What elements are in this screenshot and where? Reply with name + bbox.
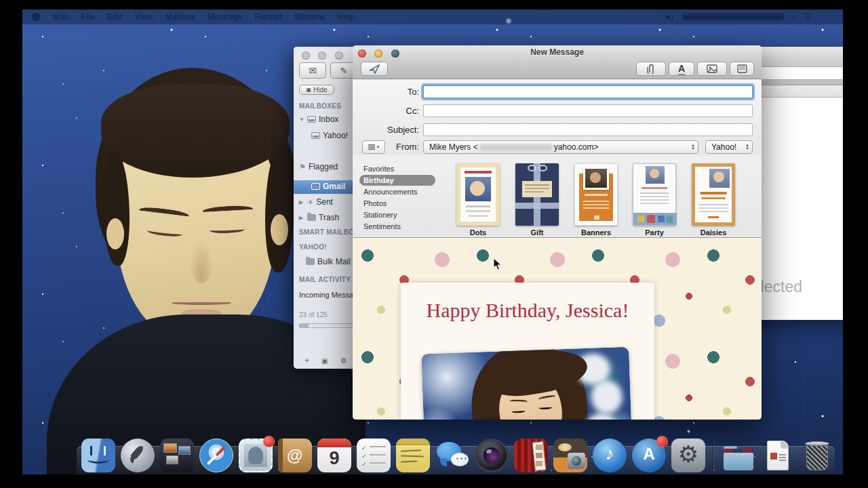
attach-button[interactable] [636,62,666,76]
desktop: Mail File Edit View Mailbox Message Form… [22,9,843,475]
template-gift[interactable] [515,163,559,226]
category-photos[interactable]: Photos [359,198,435,209]
menu-mailbox[interactable]: Mailbox [165,12,196,22]
spotlight-icon[interactable]: ⌕ [792,12,797,22]
disclosure-right-icon[interactable]: ▶ [299,215,304,221]
dock-itunes[interactable]: ♪ [592,438,627,473]
category-stationery[interactable]: Stationery [359,209,435,220]
compose-header-fields: To: Cc: Subject: ▾ From: Mike Myers < ya… [353,79,762,155]
folder-icon [306,258,315,265]
hide-favorites-button[interactable]: ▣Hide [299,85,334,95]
dock-messages[interactable] [435,438,470,473]
menu-status-area: ◄) ⌕ ☰ [663,12,812,22]
clock-text [682,14,784,20]
zoom-icon[interactable] [335,52,343,60]
star [687,430,690,433]
template-daisies-label: Daisies [683,228,744,237]
template-party[interactable] [633,163,676,226]
volume-icon[interactable]: ◄) [663,12,674,22]
send-button[interactable] [361,62,388,76]
template-daisies[interactable] [692,163,735,226]
compose-title-bar[interactable]: New Message [353,45,762,59]
sidebar-item-bulk-mail[interactable]: Bulk Mail [306,257,351,266]
dock-aperture[interactable] [474,438,509,473]
from-account-popup[interactable]: Mike Myers < yahoo.com> ▲▼ [423,140,698,154]
smtp-server-popup[interactable]: Yahoo! ▲▼ [705,140,753,154]
dock-iphoto[interactable] [553,438,588,473]
sidebar-item-yahoo-inbox[interactable]: Yahoo! [311,131,348,140]
photo-browser-button[interactable] [697,62,727,76]
sidebar-item-sent[interactable]: ▶✈ Sent [299,197,333,207]
menu-window[interactable]: Window [294,12,326,22]
subject-input[interactable] [423,123,753,136]
minimize-icon[interactable] [318,52,326,60]
compose-traffic-lights[interactable] [358,48,405,60]
apple-menu-icon[interactable] [32,13,40,21]
menu-bar: Mail File Edit View Mailbox Message Form… [22,9,843,24]
letterbox-bottom [0,474,868,488]
popup-stepper-icon: ▲▼ [687,144,695,150]
dock-system-preferences[interactable]: ⚙ [671,438,706,473]
menu-edit[interactable]: Edit [107,12,123,22]
dock-photo-booth[interactable] [513,438,549,473]
dock-safari[interactable] [199,438,234,473]
menu-mail[interactable]: Mail [53,12,68,22]
zoom-icon[interactable] [391,49,399,58]
action-gear-icon[interactable]: ⚙ [340,357,347,365]
dock-mail[interactable] [238,438,273,473]
dock-document[interactable] [760,438,795,473]
close-icon[interactable] [358,49,366,58]
sidebar-item-trash[interactable]: ▶ Trash [299,213,339,222]
to-input[interactable] [423,85,753,98]
menu-format[interactable]: Format [254,12,282,22]
dock-launchpad[interactable] [120,438,155,473]
activity-progress-bar [299,323,353,328]
stationery-pane: Favorites Birthday Announcements Photos … [353,155,762,238]
send-icon [369,64,380,74]
menu-message[interactable]: Message [208,12,243,22]
menu-view[interactable]: View [135,12,153,22]
minimize-icon[interactable] [374,49,382,58]
dock-app-store[interactable]: A [631,438,667,473]
stationery-button[interactable] [730,62,754,76]
message-body[interactable]: Happy Birthday, Jessica! [353,238,762,420]
dock-downloads-folder[interactable] [721,438,756,473]
sidebar-item-gmail-inbox[interactable]: Gmail [311,182,345,191]
disclosure-down-icon[interactable]: ▼ [299,117,304,123]
dock-reminders[interactable]: ✓ ✓ ✓ [356,438,391,473]
category-favorites[interactable]: Favorites [359,163,435,174]
menu-help[interactable]: Help [338,12,355,22]
mouse-cursor [493,258,502,271]
dock-mission-control[interactable] [159,438,195,473]
trash-icon [806,443,828,470]
popup-stepper-icon: ▲▼ [741,144,749,150]
get-mail-button[interactable]: ✉ [299,62,326,79]
dock-finder[interactable] [81,438,116,473]
traffic-lights[interactable] [302,50,349,62]
add-mailbox-button[interactable]: + [304,356,309,365]
close-icon[interactable] [302,52,310,60]
dock-contacts[interactable]: @ [277,438,313,473]
template-banners[interactable] [574,163,618,226]
dock-notes[interactable] [395,438,431,473]
mail-activity-header: MAIL ACTIVITY [299,276,351,283]
category-announcements[interactable]: Announcements [359,186,435,197]
disclosure-right-icon[interactable]: ▶ [299,199,304,205]
template-dots[interactable] [456,163,500,226]
dock-calendar[interactable]: 9 [317,438,352,473]
downloads-folder-icon [724,453,753,470]
sidebar-item-flagged[interactable]: ⚑Flagged [299,162,338,171]
show-hide-icon[interactable]: ▣ [321,357,328,365]
cc-input[interactable] [423,104,753,117]
category-birthday[interactable]: Birthday [359,175,435,186]
birthday-photo[interactable] [421,347,632,420]
dock-trash[interactable] [800,438,835,473]
birthday-headline[interactable]: Happy Birthday, Jessica! [401,299,654,322]
category-sentiments[interactable]: Sentiments [359,221,435,232]
sidebar-item-inbox[interactable]: ▼ Inbox [299,115,338,124]
notification-center-icon[interactable]: ☰ [804,12,812,22]
inbox-icon [311,183,320,190]
fonts-button[interactable]: A [669,62,694,76]
new-message-window: New Message A [353,45,762,420]
menu-file[interactable]: File [81,12,95,22]
